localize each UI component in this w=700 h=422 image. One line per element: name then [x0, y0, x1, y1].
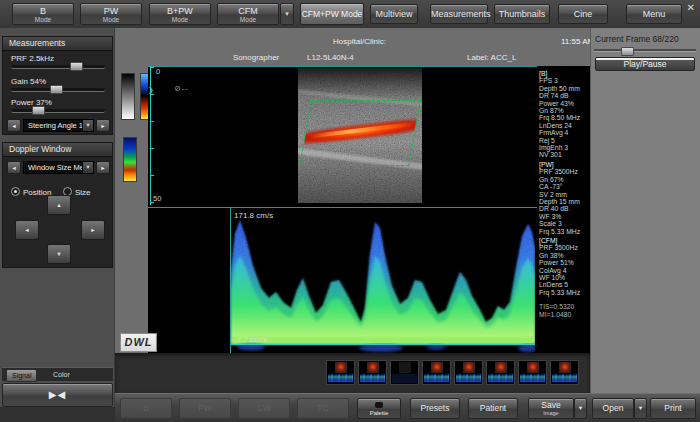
arrow-left-icon: ◄ [24, 227, 29, 233]
gain-slider[interactable] [11, 88, 105, 92]
b-param-line: Gn 87% [539, 107, 589, 114]
current-frame-label: Current Frame 68/220 [595, 34, 679, 44]
thumbnail-bmode [399, 362, 411, 373]
probe-label: L12-5L40N-4 [307, 53, 354, 62]
steering-angle-increase-button[interactable]: ► [96, 119, 110, 132]
power-slider[interactable] [11, 109, 105, 113]
disabled-label: PW [198, 403, 212, 413]
move-right-button[interactable]: ► [81, 220, 105, 240]
steering-angle-decrease-button[interactable]: ◄ [7, 119, 21, 132]
move-left-button[interactable]: ◄ [15, 220, 39, 240]
step-frame-button[interactable]: ▶◀ [2, 383, 113, 407]
thumbnail[interactable] [486, 360, 515, 385]
cw-shortcut-button-disabled: CW [238, 398, 290, 419]
palette-button[interactable]: Palette [357, 398, 401, 419]
window-size-value: Window Size Med. [28, 163, 90, 172]
prf-slider-thumb[interactable] [70, 62, 83, 71]
bpw-mode-button[interactable]: B+PW Mode [149, 3, 211, 25]
pw-mode-sub: Mode [81, 16, 141, 23]
measurements-label: Measurements [431, 9, 491, 19]
power-slider-thumb[interactable] [32, 106, 45, 115]
cfm-mode-sub: Mode [218, 16, 278, 23]
b-shortcut-button-disabled: B [120, 398, 172, 419]
imaging-region[interactable]: 0 50 ❯ ⊘-- [148, 66, 590, 353]
gain-slider-thumb[interactable] [50, 85, 63, 94]
play-reverse-icon: ▶◀ [49, 389, 66, 400]
cfm-param-line: Power 51% [539, 259, 589, 266]
spectral-waveform[interactable] [231, 208, 535, 353]
patient-button[interactable]: Patient [468, 398, 518, 419]
print-button[interactable]: Print [650, 398, 696, 419]
velocity-max-label: 171.8 cm/s [234, 211, 273, 220]
tab-signal[interactable]: Signal [6, 369, 37, 382]
window-size-increase-button[interactable]: ► [96, 161, 110, 174]
arrow-up-icon: ▲ [56, 202, 61, 208]
position-radio[interactable]: Position [11, 181, 51, 199]
frame-slider[interactable] [594, 49, 696, 52]
bottom-toolbar: B PW CW TC Palette Presets Patient Save … [115, 393, 700, 422]
chevron-down-icon[interactable]: ▼ [82, 120, 93, 131]
move-down-button[interactable]: ▼ [47, 244, 71, 264]
open-button[interactable]: Open [592, 398, 634, 419]
orientation-marker-icon: ⊘-- [174, 84, 189, 93]
thumbnail[interactable] [422, 360, 451, 385]
gain-slider-label: Gain 54% [11, 77, 46, 86]
b-param-line: FPS 3 [539, 77, 589, 84]
sidebar-bottom-filler [0, 407, 115, 422]
cfm-pw-mode-button[interactable]: CFM+PW Mode [300, 3, 364, 25]
thumbnails-button[interactable]: Thumbnails [494, 4, 550, 24]
close-icon[interactable]: ✕ [687, 2, 695, 13]
play-pause-label: Play/Pause [624, 59, 667, 69]
dwl-logo: DWL [120, 333, 157, 352]
play-pause-button[interactable]: Play/Pause [595, 57, 695, 71]
thumbnail-bmode [559, 362, 571, 373]
menu-label: Menu [643, 9, 666, 19]
thumbnail[interactable] [358, 360, 387, 385]
b-mode-button[interactable]: B Mode [12, 3, 74, 25]
b-params-list: FPS 3Depth 50 mmDR 74 dBPower 43%Gn 87%F… [539, 77, 589, 158]
disabled-label: CW [257, 403, 271, 413]
pw-mode-button[interactable]: PW Mode [80, 3, 142, 25]
frame-slider-thumb[interactable] [621, 47, 634, 56]
window-size-combo[interactable]: Window Size Med. ▼ [23, 161, 94, 174]
chevron-down-icon[interactable]: ▼ [82, 162, 93, 173]
measurements-button[interactable]: Measurements [430, 4, 488, 24]
measurements-panel: Measurements PRF 2.5kHz Gain 54% Power 3… [2, 36, 113, 135]
cfm-mode-button[interactable]: CFM Mode [217, 3, 279, 25]
focus-marker-icon[interactable]: ❯ [148, 86, 154, 94]
thumbnail-waveform [456, 374, 481, 383]
cine-button[interactable]: Cine [558, 4, 608, 24]
pw-params-header: [PW] [539, 161, 589, 168]
parameter-readout: [B] FPS 3Depth 50 mmDR 74 dBPower 43%Gn … [539, 68, 589, 318]
save-dropdown-button[interactable]: ▼ [574, 398, 587, 419]
move-up-button[interactable]: ▲ [47, 195, 71, 215]
presets-label: Presets [421, 403, 450, 413]
thumbnail[interactable] [390, 360, 419, 385]
thumbnail[interactable] [518, 360, 547, 385]
cfm-mode-dropdown-button[interactable]: ▼ [280, 3, 294, 25]
prf-slider[interactable] [11, 65, 105, 69]
pw-param-line: CA -73° [539, 183, 589, 190]
open-dropdown-button[interactable]: ▼ [634, 398, 647, 419]
prf-slider-label: PRF 2.5kHz [11, 54, 54, 63]
cfm-pw-mode-label: CFM+PW Mode [302, 9, 363, 19]
thumbnail[interactable] [326, 360, 355, 385]
grayscale-bar [121, 73, 135, 120]
menu-button[interactable]: Menu [626, 4, 682, 24]
doppler-window-panel: Doppler Window ◄ Window Size Med. ▼ ► Po… [2, 142, 113, 268]
color-doppler-box[interactable] [299, 100, 421, 166]
cfm-param-line: PRF 3500Hz [539, 244, 589, 251]
multiview-button[interactable]: Multiview [370, 4, 418, 24]
thumbnail[interactable] [550, 360, 579, 385]
thumbnail[interactable] [454, 360, 483, 385]
pw-shortcut-button-disabled: PW [179, 398, 231, 419]
thumbnail-list [326, 360, 582, 386]
pw-param-line: Scale 3 [539, 220, 589, 227]
tab-color[interactable]: Color [48, 369, 75, 380]
bpw-mode-sub: Mode [150, 16, 210, 23]
window-size-decrease-button[interactable]: ◄ [7, 161, 21, 174]
thumbnails-label: Thumbnails [499, 9, 546, 19]
save-image-button[interactable]: Save Image [528, 398, 574, 419]
steering-angle-combo[interactable]: Steering Angle 10 ▼ [23, 119, 94, 132]
presets-button[interactable]: Presets [410, 398, 460, 419]
